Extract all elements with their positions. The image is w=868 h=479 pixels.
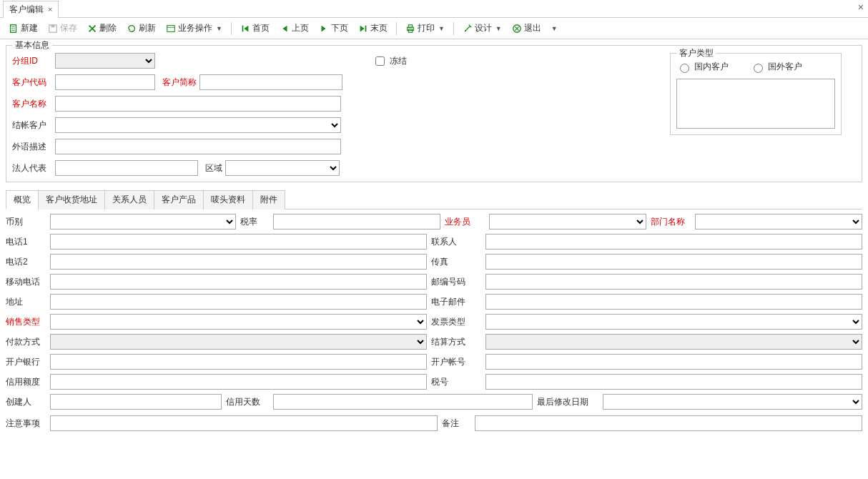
paymethod-select[interactable] bbox=[50, 334, 427, 350]
deptname-select[interactable] bbox=[695, 214, 862, 229]
refresh-label: 刷新 bbox=[139, 22, 156, 34]
label-paymethod: 付款方式 bbox=[6, 336, 46, 348]
label-region: 区域 bbox=[205, 162, 222, 174]
foreigndesc-input[interactable] bbox=[55, 139, 341, 154]
salesman-select[interactable] bbox=[489, 214, 646, 229]
acctno-input[interactable] bbox=[485, 354, 862, 370]
tab-products[interactable]: 客户产品 bbox=[154, 190, 204, 209]
last-button[interactable]: 末页 bbox=[354, 21, 392, 36]
first-label: 首页 bbox=[252, 22, 270, 34]
label-creator: 创建人 bbox=[6, 396, 46, 408]
bank-input[interactable] bbox=[50, 354, 427, 370]
groupid-select[interactable] bbox=[55, 53, 155, 69]
fax-input[interactable] bbox=[485, 254, 862, 270]
taxno-input[interactable] bbox=[485, 374, 862, 390]
exit-button[interactable]: 退出 bbox=[508, 21, 546, 36]
tab-attach[interactable]: 附件 bbox=[252, 190, 285, 209]
label-taxno: 税号 bbox=[431, 376, 471, 388]
label-acctno: 开户帐号 bbox=[431, 356, 471, 368]
delete-button[interactable]: 删除 bbox=[83, 21, 121, 36]
svg-marker-14 bbox=[321, 25, 325, 31]
label-postcode: 邮编号码 bbox=[431, 276, 471, 288]
legalrep-input[interactable] bbox=[55, 160, 198, 176]
overview-panel: 币别 税率 业务员 部门名称 电话1 联系人 电话2 传真 移动电话 邮编号码 … bbox=[6, 214, 862, 410]
prev-button[interactable]: 上页 bbox=[275, 21, 313, 36]
bizop-label: 业务操作 bbox=[178, 22, 212, 34]
creditlimit-input[interactable] bbox=[50, 374, 427, 390]
design-icon bbox=[463, 24, 473, 34]
radio-foreign[interactable]: 国外客户 bbox=[750, 61, 802, 73]
new-label: 新建 bbox=[21, 22, 38, 34]
tab-shipaddr[interactable]: 客户收货地址 bbox=[38, 190, 105, 209]
basic-info-fieldset: 基本信息 分组ID 冻结 客户代码 客户简称 bbox=[6, 45, 862, 182]
exit-label: 退出 bbox=[524, 22, 541, 34]
notes-input[interactable] bbox=[50, 415, 438, 431]
phone2-input[interactable] bbox=[50, 254, 427, 270]
label-lastmodify: 最后修改日期 bbox=[537, 396, 598, 408]
label-deptname: 部门名称 bbox=[651, 216, 691, 228]
print-button[interactable]: 打印 ▼ bbox=[401, 21, 449, 36]
region-select[interactable] bbox=[225, 160, 340, 176]
postcode-input[interactable] bbox=[485, 274, 862, 290]
tab-bar-close-icon[interactable]: × bbox=[858, 1, 864, 13]
first-button[interactable]: 首页 bbox=[236, 21, 274, 36]
tab-customer-edit[interactable]: 客户编辑 × bbox=[3, 1, 59, 18]
sub-tabs: 概览 客户收货地址 关系人员 客户产品 唛头资料 附件 bbox=[6, 189, 862, 209]
label-custcode: 客户代码 bbox=[12, 76, 52, 89]
label-fax: 传真 bbox=[431, 256, 471, 268]
svg-marker-13 bbox=[282, 25, 287, 31]
radio-domestic[interactable]: 国内客户 bbox=[676, 61, 729, 73]
label-freeze: 冻结 bbox=[390, 55, 407, 67]
svg-marker-12 bbox=[244, 25, 248, 31]
currency-select[interactable] bbox=[50, 214, 236, 229]
refresh-button[interactable]: 刷新 bbox=[122, 21, 160, 36]
last-icon bbox=[358, 24, 368, 34]
label-currency: 币别 bbox=[6, 216, 46, 228]
save-button[interactable]: 保存 bbox=[44, 21, 82, 36]
custname-input[interactable] bbox=[55, 96, 341, 112]
taxrate-input[interactable] bbox=[273, 214, 440, 229]
contact-input[interactable] bbox=[485, 234, 862, 250]
label-taxrate: 税率 bbox=[240, 216, 269, 228]
phone1-input[interactable] bbox=[50, 234, 427, 250]
next-label: 下页 bbox=[331, 22, 348, 34]
invoicetype-select[interactable] bbox=[485, 314, 862, 330]
next-button[interactable]: 下页 bbox=[315, 21, 352, 36]
tab-overview[interactable]: 概览 bbox=[6, 190, 39, 209]
settlemethod-select[interactable] bbox=[485, 334, 862, 350]
creator-input[interactable] bbox=[50, 394, 222, 410]
bizop-button[interactable]: 业务操作 ▼ bbox=[162, 21, 227, 36]
chevron-down-icon: ▼ bbox=[438, 25, 445, 32]
label-email: 电子邮件 bbox=[431, 296, 471, 308]
label-groupid: 分组ID bbox=[12, 55, 52, 67]
creditdays-input[interactable] bbox=[273, 394, 533, 410]
tab-mark[interactable]: 唛头资料 bbox=[203, 190, 253, 209]
prev-icon bbox=[280, 24, 290, 34]
address-input[interactable] bbox=[50, 294, 427, 310]
label-address: 地址 bbox=[6, 296, 46, 308]
delete-icon bbox=[87, 24, 97, 34]
custtype-textarea[interactable] bbox=[676, 79, 835, 129]
custshort-input[interactable] bbox=[199, 74, 342, 90]
acctcust-select[interactable] bbox=[55, 117, 341, 133]
tab-bar: 客户编辑 × × bbox=[0, 0, 868, 18]
label-custname: 客户名称 bbox=[12, 98, 52, 110]
tab-label: 客户编辑 bbox=[9, 4, 44, 16]
new-button[interactable]: 新建 bbox=[4, 21, 42, 36]
label-creditdays: 信用天数 bbox=[226, 396, 269, 408]
close-icon[interactable]: × bbox=[48, 5, 52, 14]
label-acctcust: 结帐客户 bbox=[12, 119, 52, 132]
label-salestype: 销售类型 bbox=[6, 316, 46, 328]
lastmodify-select[interactable] bbox=[603, 394, 862, 410]
print-label: 打印 bbox=[418, 22, 435, 34]
freeze-checkbox[interactable] bbox=[375, 56, 385, 66]
email-input[interactable] bbox=[485, 294, 862, 310]
mobile-input[interactable] bbox=[50, 274, 427, 290]
chevron-down-icon[interactable]: ▼ bbox=[551, 25, 558, 32]
custcode-input[interactable] bbox=[55, 74, 155, 90]
remark-input[interactable] bbox=[475, 415, 862, 431]
tab-contacts[interactable]: 关系人员 bbox=[104, 190, 154, 209]
design-button[interactable]: 设计 ▼ bbox=[458, 21, 506, 36]
salestype-select[interactable] bbox=[50, 314, 427, 330]
exit-icon bbox=[512, 24, 522, 34]
